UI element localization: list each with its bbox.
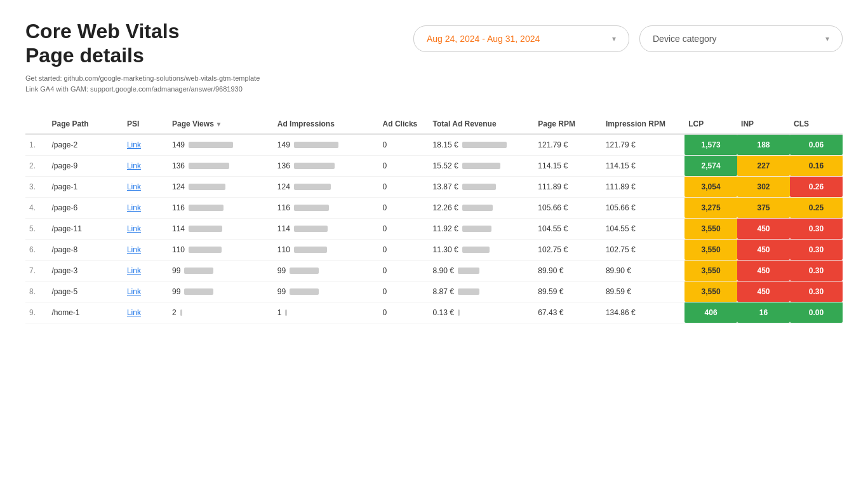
row-impressionrpm: 111.89 € — [602, 176, 684, 197]
row-cls: 0.30 — [790, 281, 843, 302]
row-impressionrpm: 105.66 € — [602, 197, 684, 218]
table-row: 4. /page-6 Link 116 116 0 12.26 € 105.66… — [25, 197, 843, 218]
table-row: 7. /page-3 Link 99 99 0 8.90 € 89.90 € 8… — [25, 260, 843, 281]
row-path: /page-11 — [48, 218, 123, 239]
row-lcp: 1,573 — [684, 134, 737, 156]
col-header-psi: PSI — [123, 114, 168, 134]
row-path: /page-5 — [48, 281, 123, 302]
row-lcp: 3,550 — [684, 281, 737, 302]
device-category-selector[interactable]: Device category ▾ — [639, 25, 843, 52]
row-inp: 450 — [737, 239, 790, 260]
row-totalrevenue: 8.90 € — [429, 260, 535, 281]
row-impressionrpm: 104.55 € — [602, 218, 684, 239]
data-table: Page Path PSI Page Views Ad Impressions … — [25, 114, 843, 323]
col-header-cls: CLS — [790, 114, 843, 134]
row-num: 7. — [25, 260, 48, 281]
row-psi[interactable]: Link — [123, 134, 168, 156]
date-range-selector[interactable]: Aug 24, 2024 - Aug 31, 2024 ▾ — [413, 25, 629, 52]
row-psi[interactable]: Link — [123, 302, 168, 323]
row-psi[interactable]: Link — [123, 260, 168, 281]
row-adclicks: 0 — [379, 218, 429, 239]
row-cls: 0.26 — [790, 176, 843, 197]
table-row: 9. /home-1 Link 2 1 0 0.13 € 67.43 € 134… — [25, 302, 843, 323]
row-cls: 0.25 — [790, 197, 843, 218]
row-pagerpm: 111.89 € — [534, 176, 602, 197]
row-num: 5. — [25, 218, 48, 239]
table-row: 3. /page-1 Link 124 124 0 13.87 € 111.89… — [25, 176, 843, 197]
row-pagerpm: 67.43 € — [534, 302, 602, 323]
row-adimpressions: 110 — [274, 239, 379, 260]
row-cls: 0.30 — [790, 239, 843, 260]
row-adimpressions: 99 — [274, 281, 379, 302]
row-adclicks: 0 — [379, 176, 429, 197]
row-pagerpm: 114.15 € — [534, 155, 602, 176]
date-range-label: Aug 24, 2024 - Aug 31, 2024 — [427, 34, 540, 44]
row-inp: 450 — [737, 218, 790, 239]
row-path: /page-6 — [48, 197, 123, 218]
row-adclicks: 0 — [379, 281, 429, 302]
col-header-impressionrpm: Impression RPM — [602, 114, 684, 134]
row-lcp: 3,550 — [684, 218, 737, 239]
row-totalrevenue: 11.30 € — [429, 239, 535, 260]
title-block: Core Web Vitals Page details Get started… — [25, 19, 260, 95]
row-cls: 0.30 — [790, 260, 843, 281]
row-pageviews: 116 — [168, 197, 274, 218]
row-pageviews: 114 — [168, 218, 274, 239]
table-header-row: Page Path PSI Page Views Ad Impressions … — [25, 114, 843, 134]
row-adclicks: 0 — [379, 302, 429, 323]
table-row: 5. /page-11 Link 114 114 0 11.92 € 104.5… — [25, 218, 843, 239]
data-table-container: Page Path PSI Page Views Ad Impressions … — [25, 114, 843, 323]
row-num: 4. — [25, 197, 48, 218]
row-adclicks: 0 — [379, 134, 429, 156]
row-psi[interactable]: Link — [123, 281, 168, 302]
row-num: 1. — [25, 134, 48, 156]
row-path: /page-1 — [48, 176, 123, 197]
row-pagerpm: 105.66 € — [534, 197, 602, 218]
row-lcp: 3,275 — [684, 197, 737, 218]
row-inp: 188 — [737, 134, 790, 156]
row-psi[interactable]: Link — [123, 155, 168, 176]
row-inp: 16 — [737, 302, 790, 323]
row-lcp: 3,054 — [684, 176, 737, 197]
row-impressionrpm: 134.86 € — [602, 302, 684, 323]
row-impressionrpm: 102.75 € — [602, 239, 684, 260]
row-pageviews: 124 — [168, 176, 274, 197]
row-num: 3. — [25, 176, 48, 197]
row-pageviews: 136 — [168, 155, 274, 176]
row-lcp: 3,550 — [684, 239, 737, 260]
row-num: 6. — [25, 239, 48, 260]
row-totalrevenue: 0.13 € — [429, 302, 535, 323]
row-adimpressions: 124 — [274, 176, 379, 197]
row-psi[interactable]: Link — [123, 239, 168, 260]
row-pagerpm: 102.75 € — [534, 239, 602, 260]
row-psi[interactable]: Link — [123, 176, 168, 197]
row-impressionrpm: 121.79 € — [602, 134, 684, 156]
row-adimpressions: 1 — [274, 302, 379, 323]
page-subtitle: Get started: github.com/google-marketing… — [25, 73, 260, 95]
controls-area: Aug 24, 2024 - Aug 31, 2024 ▾ Device cat… — [413, 25, 843, 52]
date-dropdown-arrow: ▾ — [612, 34, 616, 43]
row-cls: 0.06 — [790, 134, 843, 156]
table-row: 2. /page-9 Link 136 136 0 15.52 € 114.15… — [25, 155, 843, 176]
col-header-pageviews[interactable]: Page Views — [168, 114, 274, 134]
row-adimpressions: 114 — [274, 218, 379, 239]
row-num: 2. — [25, 155, 48, 176]
row-cls: 0.30 — [790, 218, 843, 239]
page-title: Core Web Vitals Page details — [25, 19, 260, 68]
row-adimpressions: 116 — [274, 197, 379, 218]
row-path: /page-3 — [48, 260, 123, 281]
row-totalrevenue: 15.52 € — [429, 155, 535, 176]
row-totalrevenue: 12.26 € — [429, 197, 535, 218]
row-inp: 227 — [737, 155, 790, 176]
row-inp: 450 — [737, 281, 790, 302]
device-category-label: Device category — [653, 34, 716, 44]
row-psi[interactable]: Link — [123, 197, 168, 218]
row-pageviews: 149 — [168, 134, 274, 156]
row-pageviews: 99 — [168, 281, 274, 302]
row-psi[interactable]: Link — [123, 218, 168, 239]
row-impressionrpm: 114.15 € — [602, 155, 684, 176]
row-pageviews: 110 — [168, 239, 274, 260]
row-adclicks: 0 — [379, 155, 429, 176]
table-row: 1. /page-2 Link 149 149 0 18.15 € 121.79… — [25, 134, 843, 156]
col-header-totalrevenue: Total Ad Revenue — [429, 114, 535, 134]
